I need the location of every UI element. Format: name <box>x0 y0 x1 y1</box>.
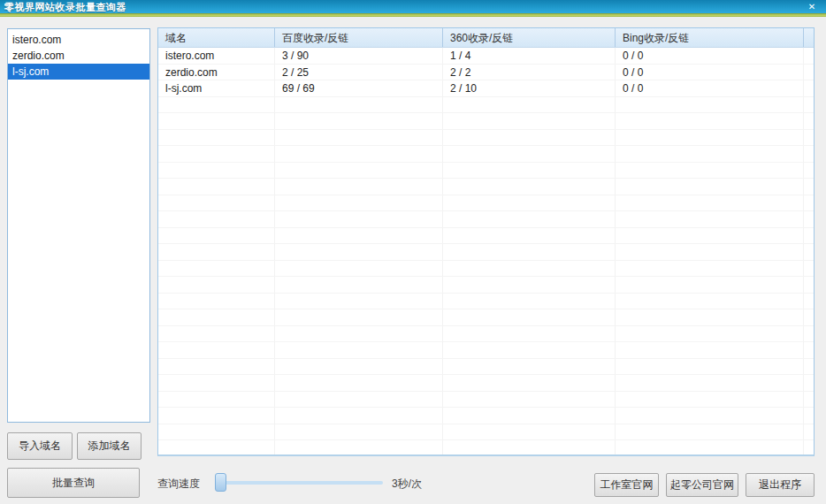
table-cell <box>275 146 443 162</box>
batch-query-button[interactable]: 批量查询 <box>7 468 140 498</box>
table-cell <box>804 309 814 325</box>
table-cell <box>616 277 804 293</box>
accent-divider <box>0 13 826 17</box>
list-item-zerdio.com[interactable]: zerdio.com <box>8 48 149 64</box>
app-window: 零视界网站收录批量查询器 ✕ istero.comzerdio.coml-sj.… <box>0 0 826 504</box>
query-speed-slider-track[interactable] <box>217 481 383 485</box>
window-title: 零视界网站收录批量查询器 <box>4 1 126 14</box>
exit-program-button[interactable]: 退出程序 <box>746 473 815 497</box>
column-header-3[interactable]: Bing收录/反链 <box>616 28 804 47</box>
table-cell <box>158 440 275 456</box>
domain-listbox[interactable]: istero.comzerdio.coml-sj.com <box>7 28 150 423</box>
table-row-empty <box>158 244 814 261</box>
table-cell[interactable]: l-sj.com <box>158 80 275 96</box>
table-cell <box>275 277 443 293</box>
table-cell <box>443 130 616 146</box>
query-speed-slider-thumb[interactable] <box>215 473 226 492</box>
company-site-button[interactable]: 起零公司官网 <box>666 473 738 497</box>
table-cell <box>275 179 443 195</box>
table-cell[interactable]: 0 / 0 <box>616 80 804 96</box>
table-cell <box>443 440 616 456</box>
table-cell[interactable]: 2 / 10 <box>443 80 616 96</box>
table-row-l-sj.com[interactable]: l-sj.com69 / 692 / 100 / 0 <box>158 80 814 97</box>
table-cell <box>443 163 616 179</box>
table-cell <box>804 408 814 424</box>
table-cell <box>616 294 804 309</box>
table-cell[interactable] <box>804 65 814 80</box>
table-row-empty <box>158 163 814 179</box>
table-cell[interactable]: 3 / 90 <box>275 48 443 64</box>
table-cell <box>443 179 616 195</box>
table-cell <box>443 146 616 162</box>
table-cell[interactable] <box>804 80 814 96</box>
table-cell <box>275 326 443 342</box>
table-row-zerdio.com[interactable]: zerdio.com2 / 252 / 20 / 0 <box>158 65 814 81</box>
table-cell[interactable]: zerdio.com <box>158 65 275 80</box>
table-cell <box>804 277 814 293</box>
add-domain-button[interactable]: 添加域名 <box>77 432 141 460</box>
table-cell <box>616 179 804 195</box>
column-header-1[interactable]: 百度收录/反链 <box>275 28 443 47</box>
studio-site-button[interactable]: 工作室官网 <box>594 473 659 497</box>
table-row-empty <box>158 146 814 163</box>
table-row-empty <box>158 326 814 343</box>
table-cell <box>804 211 814 227</box>
column-header-0[interactable]: 域名 <box>158 28 275 47</box>
table-cell <box>158 309 275 325</box>
table-cell[interactable]: 0 / 0 <box>616 65 804 80</box>
column-header-stub <box>804 28 814 47</box>
table-cell <box>443 326 616 342</box>
table-row-istero.com[interactable]: istero.com3 / 901 / 40 / 0 <box>158 48 814 65</box>
table-cell <box>804 261 814 277</box>
table-cell <box>616 244 804 260</box>
table-cell <box>443 97 616 113</box>
table-cell <box>275 113 443 129</box>
table-cell <box>804 179 814 195</box>
table-cell <box>616 326 804 342</box>
table-cell <box>804 146 814 162</box>
table-cell <box>443 211 616 227</box>
table-cell[interactable]: 1 / 4 <box>443 48 616 64</box>
table-cell <box>616 211 804 227</box>
close-icon[interactable]: ✕ <box>806 1 818 12</box>
table-cell <box>158 113 275 129</box>
table-cell <box>158 424 275 440</box>
table-cell <box>616 392 804 408</box>
table-cell <box>443 294 616 309</box>
table-cell <box>804 228 814 244</box>
column-header-2[interactable]: 360收录/反链 <box>443 28 616 47</box>
import-domains-button[interactable]: 导入域名 <box>7 432 73 460</box>
table-cell <box>158 195 275 211</box>
table-cell <box>443 113 616 129</box>
table-row-empty <box>158 375 814 392</box>
table-cell[interactable]: 0 / 0 <box>616 48 804 64</box>
table-cell <box>804 130 814 146</box>
table-cell[interactable]: 2 / 2 <box>443 65 616 80</box>
table-cell[interactable] <box>804 48 814 64</box>
table-row-empty <box>158 195 814 212</box>
table-cell <box>275 130 443 146</box>
table-cell[interactable]: 2 / 25 <box>275 65 443 80</box>
table-cell <box>275 424 443 440</box>
table-cell <box>616 408 804 424</box>
table-row-empty <box>158 228 814 245</box>
table-cell <box>616 228 804 244</box>
table-cell <box>616 113 804 129</box>
table-cell <box>616 424 804 440</box>
table-row-empty <box>158 179 814 195</box>
table-cell[interactable]: istero.com <box>158 48 275 64</box>
table-cell <box>443 195 616 211</box>
query-speed-label: 查询速度 <box>157 477 200 492</box>
results-table-body: istero.com3 / 901 / 40 / 0zerdio.com2 / … <box>158 48 814 456</box>
table-cell <box>275 342 443 358</box>
table-cell <box>275 228 443 244</box>
list-item-istero.com[interactable]: istero.com <box>8 32 149 48</box>
table-cell <box>158 408 275 424</box>
list-item-l-sj.com[interactable]: l-sj.com <box>8 64 149 80</box>
table-cell <box>443 244 616 260</box>
table-cell <box>443 375 616 391</box>
table-cell[interactable]: 69 / 69 <box>275 80 443 96</box>
table-cell <box>275 261 443 277</box>
table-cell <box>804 113 814 129</box>
table-cell <box>443 342 616 358</box>
